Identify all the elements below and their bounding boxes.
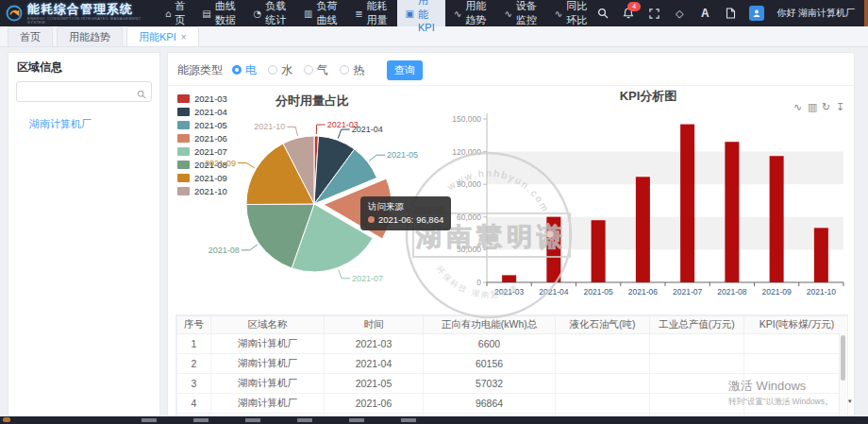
table-row: 4湖南计算机厂2021-0696864 [177, 394, 849, 414]
x-tick-label: 2021-03 [494, 287, 524, 297]
window-edge-strip [864, 0, 868, 26]
nav-item-用能趋势[interactable]: ∿用能趋势 [445, 0, 495, 26]
document-icon[interactable] [724, 7, 737, 20]
radio-label: 热 [353, 62, 364, 78]
user-avatar[interactable] [749, 6, 764, 21]
energy-type-filter: 能源类型 电水气热 查询 [177, 60, 423, 79]
table-header-cell: 区域名称 [211, 316, 325, 334]
table-cell: 4 [177, 394, 211, 414]
top-navbar: 能耗综合管理系统 ENERGY CONSUMPTION INTEGRATED M… [0, 0, 868, 26]
load-curve-icon: ▥ [304, 8, 312, 19]
sidebar-item-region[interactable]: 湖南计算机厂 [29, 117, 159, 131]
theme-gem-icon[interactable]: ◇ [673, 7, 686, 20]
bar-2021-05[interactable] [592, 220, 606, 282]
tab-用能KPI[interactable]: 用能KPI× [126, 26, 199, 46]
radio-dot [268, 65, 277, 75]
main-panel: 能源类型 电水气热 查询 分时用量占比 2021-032021-042021-0… [167, 52, 855, 416]
load-stats-icon: ◔ [253, 8, 261, 19]
pie-label: 2021-06 [413, 205, 444, 214]
app-subtitle: ENERGY CONSUMPTION INTEGRATED MANAGEMENT… [27, 17, 147, 25]
kpi-bar-chart[interactable]: KPI分析图∿▥↻↧030,00060,00090,000120,000150,… [446, 87, 852, 323]
table-cell [650, 374, 744, 394]
table-cell: 2021-05 [325, 374, 424, 394]
table-row: 2湖南计算机厂2021-0460156 [177, 354, 849, 374]
region-search-input[interactable] [21, 83, 147, 100]
search-icon[interactable] [137, 86, 146, 103]
navbar-actions: 4 ◇ A 你好 湖南计算机厂 [596, 6, 868, 21]
divider [168, 85, 854, 86]
x-tick-label: 2021-08 [717, 287, 746, 297]
tab-用能趋势[interactable]: 用能趋势 [57, 26, 123, 46]
app-logo[interactable]: 能耗综合管理系统 ENERGY CONSUMPTION INTEGRATED M… [0, 3, 157, 25]
bar-2021-04[interactable] [546, 217, 560, 282]
tab-首页[interactable]: 首页 [8, 26, 53, 46]
radio-电[interactable]: 电 [232, 62, 257, 78]
nav-item-label: 负荷曲线 [317, 0, 339, 27]
x-tick-label: 2021-06 [628, 287, 658, 297]
bar-2021-07[interactable] [680, 125, 694, 282]
nav-item-同比环比[interactable]: ∿同比环比 [546, 0, 596, 26]
y-tick-label: 120,000 [452, 147, 481, 157]
toolbox-download-icon[interactable]: ↧ [836, 101, 844, 112]
table-cell [556, 354, 650, 374]
radio-气[interactable]: 气 [304, 62, 328, 78]
nav-item-能耗用量[interactable]: ≣能耗用量 [346, 0, 396, 26]
region-search [16, 81, 152, 102]
pie-label-line [369, 155, 385, 161]
pie-chart[interactable]: 2021-032021-042021-052021-062021-072021-… [168, 87, 451, 318]
main-nav: ⌂首页▤曲线数据◔负载统计▥负荷曲线≣能耗用量▣用能KPI∿用能趋势∿设备监控∿… [157, 0, 596, 26]
pie-label-line [238, 163, 255, 168]
kpi-icon: ▣ [406, 8, 414, 19]
nav-item-负载统计[interactable]: ◔负载统计 [244, 0, 295, 26]
nav-item-曲线数据[interactable]: ▤曲线数据 [193, 0, 244, 26]
pie-label-line [339, 269, 350, 278]
tab-close-icon[interactable]: × [181, 32, 187, 42]
toolbox-restore-icon[interactable]: ↻ [822, 101, 830, 112]
pie-label: 2021-08 [209, 246, 240, 255]
user-greeting[interactable]: 你好 湖南计算机厂 [776, 7, 855, 20]
logo-icon [6, 4, 23, 23]
nav-item-用能KPI[interactable]: ▣用能KPI [397, 0, 445, 26]
bar-2021-09[interactable] [770, 156, 784, 282]
toolbox-line-icon[interactable]: ∿ [793, 101, 802, 112]
font-size-icon[interactable]: A [698, 7, 711, 20]
table-cell: 60156 [424, 354, 556, 374]
pie-label: 2021-04 [352, 125, 383, 134]
table-cell [556, 394, 650, 414]
bar-2021-03[interactable] [502, 275, 516, 282]
bar-2021-10[interactable] [814, 228, 828, 282]
table-cell [744, 354, 849, 374]
query-button[interactable]: 查询 [387, 60, 423, 80]
notifications-bell-icon[interactable]: 4 [622, 7, 635, 20]
split-area [487, 217, 843, 250]
scroll-down-arrow[interactable]: ▾ [848, 398, 852, 405]
energy-type-radio-group: 电水气热 [232, 62, 364, 78]
bar-2021-08[interactable] [725, 142, 739, 282]
table-cell: 湖南计算机厂 [211, 374, 325, 394]
pie-label: 2021-05 [387, 150, 418, 160]
sidebar-title: 区域信息 [8, 53, 159, 81]
y-tick-label: 90,000 [457, 179, 481, 189]
radio-热[interactable]: 热 [340, 62, 364, 78]
bar-2021-06[interactable] [636, 177, 650, 282]
background-window-marks [142, 418, 453, 422]
background-window-logo [3, 417, 10, 422]
table-scrollbar-thumb[interactable] [841, 335, 845, 381]
nav-item-label: 首页 [175, 0, 185, 27]
pie-label: 2021-10 [254, 122, 285, 131]
search-icon[interactable] [596, 7, 609, 20]
table-cell [650, 354, 744, 374]
table-row: 1湖南计算机厂2021-036600 [177, 334, 849, 354]
fullscreen-icon[interactable] [647, 7, 660, 20]
nav-item-负荷曲线[interactable]: ▥负荷曲线 [295, 0, 346, 26]
toolbox-bar-icon[interactable]: ▥ [808, 101, 817, 112]
y-tick-label: 60,000 [457, 212, 481, 222]
pie-label-line [316, 125, 325, 134]
nav-item-设备监控[interactable]: ∿设备监控 [495, 0, 545, 26]
nav-item-首页[interactable]: ⌂首页 [157, 0, 193, 26]
radio-dot [232, 65, 242, 75]
x-tick-label: 2021-07 [673, 287, 702, 297]
pie-label-line [338, 129, 349, 138]
radio-水[interactable]: 水 [268, 62, 292, 78]
tab-label: 用能KPI [139, 30, 176, 44]
